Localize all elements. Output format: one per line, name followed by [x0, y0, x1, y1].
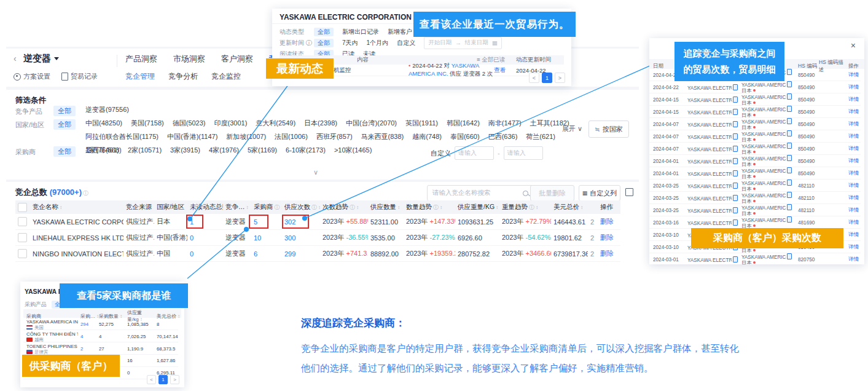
sort-icon[interactable]: ↕ [440, 205, 442, 210]
range-min-input[interactable]: 请输入 [455, 146, 494, 160]
supply-count-link[interactable]: 299 [284, 250, 295, 258]
detail-link[interactable]: 详情 [848, 207, 864, 214]
view-link[interactable]: 查看 [494, 66, 506, 73]
search-input[interactable]: 请输入竞企名称搜索 [427, 185, 535, 201]
delete-link[interactable]: 删除 [600, 218, 614, 225]
filter-option[interactable]: 3家(3915) [170, 146, 200, 154]
detail-link[interactable]: 详情 [848, 231, 864, 239]
detail-link[interactable]: 详情 [848, 133, 864, 140]
filter-option[interactable]: 新加坡(1007) [226, 133, 266, 141]
sort-icon[interactable]: ↕ [281, 205, 283, 210]
filter-option[interactable]: 4家(1976) [209, 146, 239, 154]
row-checkbox[interactable] [18, 217, 27, 226]
filter-option[interactable]: 意大利(2549) [256, 119, 295, 127]
close-icon[interactable]: × [851, 41, 856, 50]
exporter-cell[interactable]: YASKAWA ELECTRIC CORP… [687, 121, 741, 128]
filter-option[interactable]: 7天内 [342, 39, 358, 47]
detail-link[interactable]: 详情 [848, 219, 864, 226]
exporter-cell[interactable]: YASKAWA ELECTRIC CORP… [687, 256, 741, 263]
filter-option[interactable]: 2家(10571) [128, 146, 162, 154]
toolbar-trade-records[interactable]: 贸易记录 [61, 72, 98, 81]
filter-option[interactable]: 法国(1006) [275, 133, 308, 141]
row-checkbox[interactable] [18, 249, 27, 258]
next-page-button[interactable]: > [555, 73, 565, 83]
filter-option[interactable]: 韩国(1642) [447, 119, 480, 127]
filter-option[interactable]: 美国(7158) [131, 119, 164, 127]
next-page-button[interactable]: > [170, 375, 179, 384]
buyer-times-link[interactable]: 294 [80, 322, 99, 327]
product-switcher[interactable]: 逆变器 [23, 53, 59, 65]
exporter-cell[interactable]: YASKAWA ELECTRIC CORP… [687, 170, 741, 177]
unread-count-link[interactable]: 0 [190, 234, 194, 242]
exporter-cell[interactable]: YASKAWA ELECTRIC CORP… [687, 158, 741, 165]
filter-option[interactable]: 新增出口记录 [342, 28, 379, 36]
importer-cell[interactable]: YASKAWA AMERICA INC.日本 [741, 204, 798, 216]
exporter-cell[interactable]: YASKAWA ELECTRIC CORP… [687, 133, 741, 140]
company-name[interactable]: YASKAWA ELECTRIC CORPORATIO [30, 214, 123, 230]
importer-cell[interactable]: YASKAWA AMERICA INC.日本 [741, 253, 798, 264]
filter-option[interactable]: 新增客户 [388, 28, 412, 36]
importer-cell[interactable]: YASKAWA AMERICA INC.日本 [741, 155, 798, 167]
filter-option[interactable]: 阿拉伯联合酋长国(1175) [85, 133, 158, 141]
prev-page-button[interactable]: < [529, 73, 539, 83]
detail-link[interactable]: 详情 [848, 145, 864, 152]
importer-cell[interactable]: YASKAWA AMERICA INC.日本 [741, 143, 798, 155]
buyers-count-link[interactable]: 10 [254, 234, 261, 242]
subtab-竞企监控[interactable]: 竞企监控 [211, 71, 241, 82]
date-range-input[interactable]: 开始日期→结束日期▦ [424, 37, 501, 49]
buyer-name-cell[interactable]: CÔNG TY TNHH ĐIỆN TỬ UMC VIỆT NAM越南 [26, 330, 80, 342]
exporter-cell[interactable]: YASKAWA ELECTRIC CORP… [687, 195, 741, 202]
filter-all-tag[interactable]: 全部 [53, 146, 76, 157]
buyer-times-link[interactable]: 2 [80, 346, 99, 352]
exporter-cell[interactable]: YASKAWA ELECTRIC CORP… [687, 219, 741, 226]
batch-delete-button[interactable]: 批量删除 [530, 185, 574, 201]
subtab-竞企管理[interactable]: 竞企管理 [125, 71, 155, 82]
detail-link[interactable]: 详情 [848, 120, 864, 128]
importer-cell[interactable]: YASKAWA AMERICA INC.日本 [741, 192, 798, 204]
filter-option[interactable]: 德国(5023) [173, 119, 206, 127]
filter-option[interactable]: 中国(48250) [85, 119, 122, 127]
tab-客户洞察[interactable]: 客户洞察 [221, 53, 253, 68]
filter-option[interactable]: 自定义 [397, 39, 415, 47]
header-checkbox[interactable] [18, 203, 27, 212]
exporter-cell[interactable]: YASKAWA ELECTRIC CORP… [687, 146, 741, 152]
exporter-cell[interactable]: YASKAWA ELECTRIC CORP… [687, 183, 741, 189]
delete-link[interactable]: 删除 [600, 250, 614, 257]
tab-产品洞察[interactable]: 产品洞察 [125, 53, 157, 68]
filter-option[interactable]: >10家(1465) [334, 146, 372, 154]
filter-option[interactable]: 1个月内 [367, 39, 389, 47]
filter-option[interactable]: 逆变器(97556) [85, 106, 129, 114]
page-1-button[interactable]: 1 [542, 73, 552, 83]
sort-icon[interactable]: ↕ [581, 205, 583, 210]
filter-option[interactable]: 中国(香港)(1147) [167, 133, 217, 141]
filter-option[interactable]: 西班牙(857) [316, 133, 353, 141]
delete-link[interactable]: 删除 [600, 234, 614, 241]
search-icon[interactable] [523, 191, 528, 196]
detail-link[interactable]: 详情 [848, 96, 864, 103]
exporter-cell[interactable]: YASKAWA ELECTRIC CORP… [687, 84, 741, 91]
filter-option[interactable]: 泰国(660) [450, 133, 480, 141]
by-country-button[interactable]: ≒按国家 [588, 120, 629, 138]
collapse-chevron-icon[interactable]: ∨ [313, 168, 318, 176]
sort-icon[interactable]: ↕ [496, 205, 498, 210]
sort-icon[interactable]: ↕ [60, 205, 62, 210]
detail-link[interactable]: 详情 [848, 108, 864, 116]
fullscreen-icon[interactable] [625, 188, 633, 196]
importer-cell[interactable]: YASKAWA AMERICA INC.日本 [741, 118, 798, 130]
importer-cell[interactable]: YASKAWA AMERICA INC.日本 [741, 81, 798, 93]
filter-option[interactable]: 日本(2398) [304, 119, 337, 127]
sort-icon[interactable]: ↕ [356, 205, 359, 210]
company-name[interactable]: LINEHAUL EXPRESS HK LTD [30, 230, 123, 246]
detail-link[interactable]: 详情 [848, 170, 864, 177]
importer-cell[interactable]: YASKAWA AMERICA INC.日本 [741, 93, 798, 106]
filter-option[interactable]: 荷兰(621) [526, 133, 555, 141]
detail-link[interactable]: 详情 [848, 182, 864, 189]
filter-option[interactable]: 巴西(636) [488, 133, 518, 141]
filter-option[interactable]: 越南(748) [412, 133, 442, 141]
row-checkbox[interactable] [18, 233, 27, 242]
filter-option[interactable]: 中国(台湾)(2070) [346, 119, 397, 127]
importer-cell[interactable]: YASKAWA AMERICA INC.日本 [741, 106, 798, 118]
filter-option[interactable]: 1家(76461) [85, 146, 119, 154]
filter-option[interactable]: 马来西亚(838) [361, 133, 404, 141]
buyers-count-link[interactable]: 6 [254, 250, 257, 258]
